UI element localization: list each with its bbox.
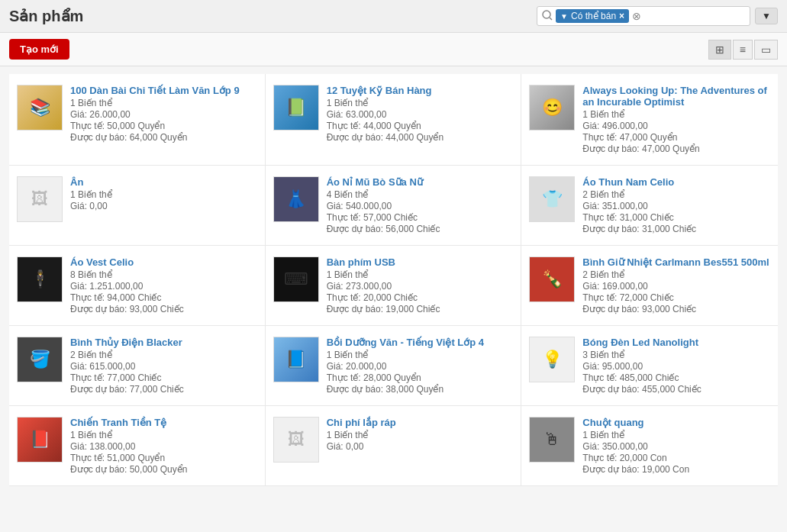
product-forecast: Được dự báo: 19,000 Chiếc <box>327 304 440 314</box>
product-forecast: Được dự báo: 38,000 Quyển <box>327 384 484 395</box>
product-info: Bồi Dưỡng Văn - Tiếng Việt Lớp 4 1 Biến … <box>327 337 484 395</box>
product-price: Giá: 615.000,00 <box>70 361 184 372</box>
product-price: Giá: 350.000,00 <box>582 441 689 452</box>
product-forecast: Được dự báo: 56,000 Chiếc <box>327 224 440 234</box>
filter-label: Có thể bán <box>571 11 616 21</box>
product-name[interactable]: Bàn phím USB <box>327 256 395 268</box>
product-thumbnail: 🕴 <box>17 256 63 302</box>
product-info: 100 Dàn Bài Chi Tiết Làm Văn Lớp 9 1 Biế… <box>70 85 240 143</box>
product-info: Bình Thủy Điện Blacker 2 Biến thể Giá: 6… <box>70 337 184 395</box>
product-actual: Thực tế: 51,000 Quyển <box>70 453 187 463</box>
product-info: Chiến Tranh Tiền Tệ 1 Biến thể Giá: 138.… <box>70 417 187 475</box>
product-price: Giá: 63.000,00 <box>327 109 443 120</box>
product-actual: Thực tế: 28,000 Quyển <box>327 372 484 383</box>
filter-close-icon[interactable]: × <box>619 11 624 21</box>
product-thumbnail: 👗 <box>273 176 319 222</box>
product-actual: Thực tế: 94,000 Chiếc <box>70 292 184 303</box>
product-item: ⌨ Bàn phím USB 1 Biến thể Giá: 273.000,0… <box>266 246 522 326</box>
product-item: 📚 100 Dàn Bài Chi Tiết Làm Văn Lớp 9 1 B… <box>9 74 266 166</box>
product-name[interactable]: Áo Vest Celio <box>70 256 134 268</box>
product-meta: 1 Biến thể Giá: 20.000,00Thực tế: 28,000… <box>327 350 484 395</box>
product-variants: 1 Biến thể <box>70 189 112 200</box>
product-name[interactable]: Chiến Tranh Tiền Tệ <box>70 417 166 428</box>
filter-tag[interactable]: ▼ Có thể bán × <box>556 9 629 23</box>
product-name[interactable]: Bình Thủy Điện Blacker <box>70 337 182 348</box>
product-info: Chuột quang 1 Biến thể Giá: 350.000,00Th… <box>582 417 689 475</box>
product-name[interactable]: Bồi Dưỡng Văn - Tiếng Việt Lớp 4 <box>327 337 484 348</box>
page-title: Sản phẩm <box>9 7 83 25</box>
product-item: 🪣 Bình Thủy Điện Blacker 2 Biến thể Giá:… <box>9 326 266 406</box>
view-toggle: ⊞ ≡ ▭ <box>708 40 778 60</box>
grid-view-button[interactable]: ⊞ <box>708 40 731 60</box>
tablet-view-button[interactable]: ▭ <box>754 40 778 60</box>
product-forecast: Được dự báo: 44,000 Quyển <box>327 132 443 143</box>
product-item: 👕 Áo Thun Nam Celio 2 Biến thể Giá: 351.… <box>521 166 778 246</box>
product-price: Giá: 0,00 <box>70 201 112 211</box>
funnel-icon: ▼ <box>560 12 568 21</box>
product-meta: 2 Biến thể Giá: 615.000,00Thực tế: 77,00… <box>70 350 184 395</box>
create-button[interactable]: Tạo mới <box>9 39 69 60</box>
product-forecast: Được dự báo: 93,000 Chiếc <box>70 304 184 314</box>
product-item: 📕 Chiến Tranh Tiền Tệ 1 Biến thể Giá: 13… <box>9 406 266 486</box>
product-actual: Thực tế: 77,000 Chiếc <box>70 372 184 383</box>
product-meta: 1 Biến thể Giá: 0,00 <box>327 430 396 452</box>
product-variants: 1 Biến thể <box>327 430 396 440</box>
product-variants: 1 Biến thể <box>327 98 443 108</box>
product-name[interactable]: Áo Thun Nam Celio <box>582 176 674 188</box>
product-info: Chi phí lắp ráp 1 Biến thể Giá: 0,00 <box>327 417 396 452</box>
product-forecast: Được dự báo: 50,000 Quyển <box>70 464 187 475</box>
search-clear-icon[interactable]: ⊗ <box>632 10 641 22</box>
product-item: 📘 Bồi Dưỡng Văn - Tiếng Việt Lớp 4 1 Biế… <box>266 326 522 406</box>
product-meta: 1 Biến thể Giá: 496.000,00Thực tế: 47,00… <box>582 109 770 154</box>
product-item: 💡 Bóng Đèn Led Nanolight 3 Biến thể Giá:… <box>521 326 778 406</box>
product-name[interactable]: Chuột quang <box>582 417 643 428</box>
product-info: Áo Nỉ Mũ Bò Sữa Nữ 4 Biến thể Giá: 540.0… <box>327 176 440 234</box>
product-name[interactable]: Bình Giữ Nhiệt Carlmann Bes551 500ml <box>582 256 769 268</box>
product-thumbnail: 🍾 <box>529 256 575 302</box>
product-price: Giá: 169.000,00 <box>582 281 769 292</box>
product-info: 12 Tuyệt Kỹ Bán Hàng 1 Biến thể Giá: 63.… <box>327 85 443 143</box>
product-thumbnail: 🖱 <box>529 417 575 463</box>
product-name[interactable]: Bóng Đèn Led Nanolight <box>582 337 698 348</box>
product-name[interactable]: Chi phí lắp ráp <box>327 417 396 428</box>
product-item: 🖼 Chi phí lắp ráp 1 Biến thể Giá: 0,00 <box>266 406 522 486</box>
product-info: Áo Vest Celio 8 Biến thể Giá: 1.251.000,… <box>70 256 184 314</box>
product-meta: 2 Biến thể Giá: 351.000,00Thực tế: 31,00… <box>582 189 696 234</box>
product-item: 🕴 Áo Vest Celio 8 Biến thể Giá: 1.251.00… <box>9 246 266 326</box>
product-price: Giá: 540.000,00 <box>327 201 440 211</box>
product-item: 🍾 Bình Giữ Nhiệt Carlmann Bes551 500ml 2… <box>521 246 778 326</box>
product-meta: 1 Biến thể Giá: 273.000,00Thực tế: 20,00… <box>327 269 440 314</box>
product-name[interactable]: Always Looking Up: The Adventures of an … <box>582 85 766 108</box>
product-actual: Thực tế: 20,000 Con <box>582 453 689 463</box>
product-thumbnail: 😊 <box>529 85 575 131</box>
product-variants: 1 Biến thể <box>582 109 770 120</box>
search-dropdown[interactable]: ▼ <box>755 8 778 24</box>
product-variants: 2 Biến thể <box>582 189 696 200</box>
product-price: Giá: 351.000,00 <box>582 201 696 211</box>
product-price: Giá: 273.000,00 <box>327 281 440 292</box>
product-info: Bình Giữ Nhiệt Carlmann Bes551 500ml 2 B… <box>582 256 769 314</box>
list-view-button[interactable]: ≡ <box>733 40 753 60</box>
product-actual: Thực tế: 72,000 Chiếc <box>582 292 769 303</box>
product-actual: Thực tế: 31,000 Chiếc <box>582 212 696 223</box>
product-name[interactable]: Áo Nỉ Mũ Bò Sữa Nữ <box>327 176 423 188</box>
product-actual: Thực tế: 485,000 Chiếc <box>582 372 701 383</box>
product-name[interactable]: Ân <box>70 176 83 188</box>
search-box[interactable]: ▼ Có thể bán × ⊗ <box>537 6 750 26</box>
product-price: Giá: 1.251.000,00 <box>70 281 184 292</box>
product-actual: Thực tế: 50,000 Quyển <box>70 121 240 131</box>
product-price: Giá: 20.000,00 <box>327 361 484 372</box>
product-item: 📗 12 Tuyệt Kỹ Bán Hàng 1 Biến thể Giá: 6… <box>266 74 522 166</box>
product-variants: 2 Biến thể <box>582 269 769 280</box>
product-forecast: Được dự báo: 93,000 Chiếc <box>582 304 769 314</box>
product-list: 📚 100 Dàn Bài Chi Tiết Làm Văn Lớp 9 1 B… <box>0 66 787 494</box>
product-actual: Thực tế: 44,000 Quyển <box>327 121 443 131</box>
product-actual: Thực tế: 57,000 Chiếc <box>327 212 440 223</box>
product-thumbnail: ⌨ <box>273 256 319 302</box>
product-meta: 2 Biến thể Giá: 169.000,00Thực tế: 72,00… <box>582 269 769 314</box>
product-name[interactable]: 100 Dàn Bài Chi Tiết Làm Văn Lớp 9 <box>70 85 240 96</box>
product-info: Áo Thun Nam Celio 2 Biến thể Giá: 351.00… <box>582 176 696 234</box>
product-name[interactable]: 12 Tuyệt Kỹ Bán Hàng <box>327 85 432 96</box>
product-forecast: Được dự báo: 47,000 Quyển <box>582 143 770 154</box>
svg-line-1 <box>550 18 552 20</box>
